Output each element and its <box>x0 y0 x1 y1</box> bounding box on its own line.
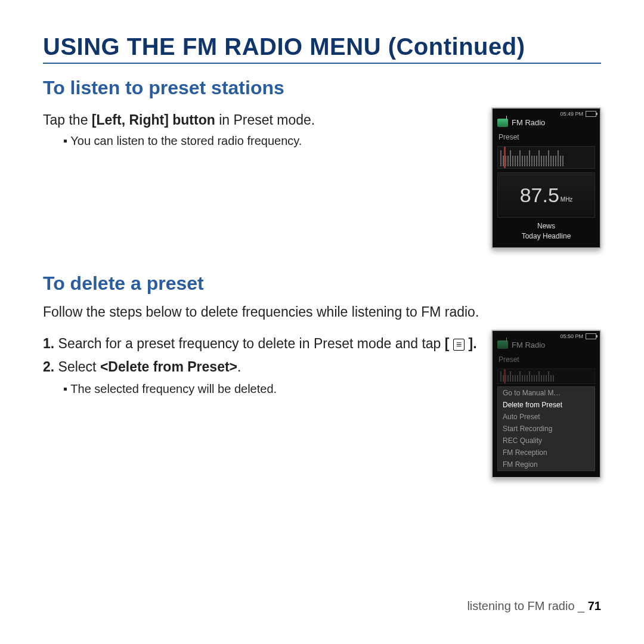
rds-line2: Today Headline <box>493 231 600 242</box>
menu-icon: ≡ <box>453 339 465 351</box>
radio-icon <box>497 119 508 127</box>
text: Tap the <box>43 112 92 128</box>
section2-intro: Follow the steps below to delete frequen… <box>43 303 601 321</box>
frequency-ruler <box>497 146 595 169</box>
device-app-title: FM Radio <box>512 340 545 349</box>
section1-title: To listen to preset stations <box>43 77 601 99</box>
step-num: 2. <box>43 359 54 374</box>
text-bold: [Left, Right] button <box>92 112 215 128</box>
frequency-ruler <box>497 369 595 384</box>
text-bold: <Delete from Preset> <box>100 359 237 374</box>
device-app-title: FM Radio <box>512 118 545 127</box>
bracket: ]. <box>465 336 476 351</box>
device-screenshot-1: 05:49 PM FM Radio Preset 87.5 MHz <box>491 107 601 249</box>
section2-title: To delete a preset <box>43 273 601 295</box>
page-number: 71 <box>588 599 601 612</box>
device-time: 05:49 PM <box>560 111 583 117</box>
step-2: 2. Select <Delete from Preset>. <box>43 358 477 376</box>
menu-item: FM Reception <box>498 447 595 459</box>
bracket: [ <box>445 336 453 351</box>
step-num: 1. <box>43 336 54 351</box>
device-time: 05:50 PM <box>560 333 583 339</box>
battery-icon <box>586 111 596 117</box>
frequency-display: 87.5 MHz <box>497 172 595 218</box>
step-1: 1. Search for a preset frequency to dele… <box>43 335 477 353</box>
text: in Preset mode. <box>215 112 315 128</box>
footer: listening to FM radio _ 71 <box>467 599 601 613</box>
footer-text: listening to FM radio _ <box>467 599 587 612</box>
device-mode: Preset <box>493 353 600 366</box>
menu-item: REC Quality <box>498 435 595 447</box>
menu-item: Go to Manual M… <box>498 387 595 399</box>
text: Select <box>54 359 100 374</box>
battery-icon <box>586 333 596 339</box>
section2-bullet: The selected frequency will be deleted. <box>63 381 477 397</box>
device-mode: Preset <box>493 131 600 144</box>
text: Search for a preset frequency to delete … <box>54 336 445 351</box>
frequency-marker <box>504 147 506 168</box>
section1-instruction: Tap the [Left, Right] button in Preset m… <box>43 111 477 129</box>
menu-item: Auto Preset <box>498 411 595 423</box>
page-title: USING THE FM RADIO MENU (Continued) <box>43 33 601 64</box>
frequency-value: 87.5 <box>520 184 559 207</box>
section1-bullet: You can listen to the stored radio frequ… <box>63 133 477 149</box>
text: . <box>237 359 241 374</box>
device-screenshot-2: 05:50 PM FM Radio Preset Go to Manual M…… <box>491 330 601 478</box>
menu-item-selected: Delete from Preset <box>498 399 595 411</box>
rds-line1: News <box>493 221 600 231</box>
frequency-marker <box>504 369 506 383</box>
menu-item: FM Region <box>498 459 595 470</box>
device-menu: Go to Manual M… Delete from Preset Auto … <box>497 386 595 471</box>
frequency-unit: MHz <box>561 196 573 203</box>
menu-item: Start Recording <box>498 423 595 435</box>
radio-icon <box>497 340 508 349</box>
